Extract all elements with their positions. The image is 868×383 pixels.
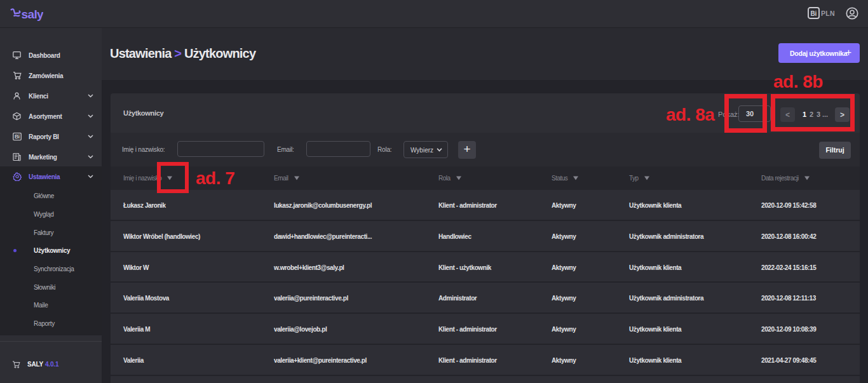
svg-text:Bi: Bi [15, 133, 20, 140]
svg-text:saly: saly [22, 8, 44, 21]
svg-text:Bi: Bi [810, 10, 817, 17]
